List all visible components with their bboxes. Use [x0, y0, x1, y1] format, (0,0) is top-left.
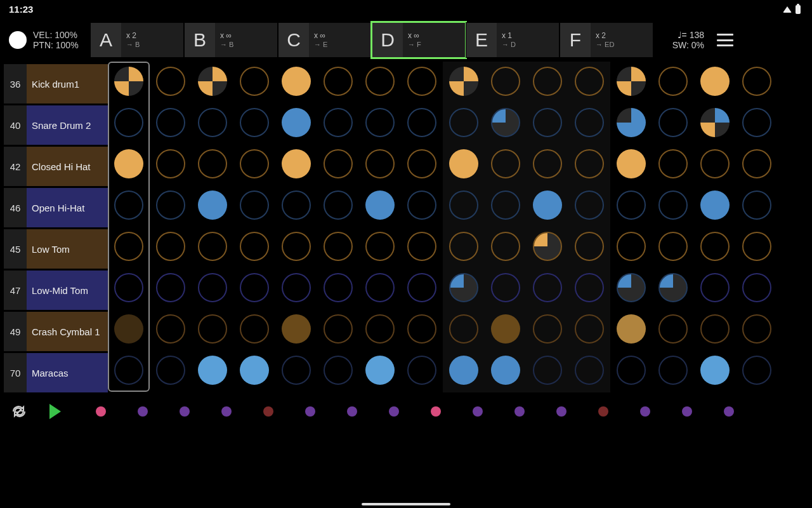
step-cell[interactable] [192, 227, 233, 266]
track-label[interactable]: 45 Low Tom [4, 229, 108, 269]
pattern-e[interactable]: E x 1 → D [466, 22, 560, 58]
step-cell[interactable] [527, 268, 568, 307]
step-cell[interactable] [485, 227, 527, 266]
step-cell[interactable] [108, 309, 150, 349]
step-cell[interactable] [401, 62, 443, 101]
step-cell[interactable] [401, 227, 443, 266]
step-cell[interactable] [401, 351, 443, 390]
record-button[interactable] [9, 31, 27, 49]
step-cell[interactable] [108, 62, 150, 101]
step-cell[interactable] [568, 144, 610, 184]
step-indicator[interactable] [373, 406, 415, 417]
step-cell[interactable] [694, 268, 736, 307]
step-indicator[interactable] [457, 406, 499, 417]
step-cell[interactable] [317, 62, 359, 101]
step-cell[interactable] [108, 103, 150, 142]
step-cell[interactable] [443, 227, 485, 266]
step-cell[interactable] [736, 351, 778, 390]
step-cell[interactable] [694, 62, 736, 101]
step-cell[interactable] [652, 351, 694, 390]
step-cell[interactable] [443, 144, 485, 184]
step-cell[interactable] [359, 185, 401, 225]
step-cell[interactable] [527, 227, 568, 266]
step-cell[interactable] [652, 62, 694, 101]
track-label[interactable]: 70 Maracas [4, 353, 108, 392]
step-cell[interactable] [359, 103, 401, 142]
step-cell[interactable] [108, 268, 150, 307]
tempo-block[interactable]: ♩= 138 SW: 0% [660, 30, 704, 50]
track-label[interactable]: 36 Kick drum1 [4, 64, 108, 104]
step-cell[interactable] [317, 185, 359, 225]
pattern-d[interactable]: D x ∞ → F [372, 22, 466, 58]
loop-button[interactable] [11, 404, 27, 419]
step-cell[interactable] [150, 185, 192, 225]
step-cell[interactable] [443, 351, 485, 390]
step-cell[interactable] [317, 227, 359, 266]
step-cell[interactable] [233, 309, 275, 349]
step-cell[interactable] [568, 309, 610, 349]
step-cell[interactable] [527, 351, 568, 390]
step-cell[interactable] [736, 227, 778, 266]
track-label[interactable]: 46 Open Hi-Hat [4, 188, 108, 227]
step-indicator[interactable] [540, 406, 582, 417]
step-cell[interactable] [401, 309, 443, 349]
step-cell[interactable] [359, 144, 401, 184]
step-cell[interactable] [359, 351, 401, 390]
step-cell[interactable] [192, 144, 233, 184]
pattern-f[interactable]: F x 2 → ED [560, 22, 653, 58]
step-cell[interactable] [610, 185, 652, 225]
step-cell[interactable] [527, 62, 568, 101]
step-cell[interactable] [694, 103, 736, 142]
step-cell[interactable] [108, 185, 150, 225]
step-cell[interactable] [652, 309, 694, 349]
step-cell[interactable] [192, 351, 233, 390]
step-cell[interactable] [485, 351, 527, 390]
step-cell[interactable] [233, 185, 275, 225]
step-cell[interactable] [233, 144, 275, 184]
step-cell[interactable] [568, 268, 610, 307]
step-cell[interactable] [150, 268, 192, 307]
step-cell[interactable] [192, 309, 233, 349]
step-indicator[interactable] [582, 406, 624, 417]
step-cell[interactable] [694, 185, 736, 225]
step-cell[interactable] [568, 62, 610, 101]
step-cell[interactable] [233, 351, 275, 390]
step-cell[interactable] [150, 309, 192, 349]
step-cell[interactable] [233, 268, 275, 307]
step-cell[interactable] [527, 309, 568, 349]
step-cell[interactable] [317, 144, 359, 184]
track-label[interactable]: 40 Snare Drum 2 [4, 105, 108, 145]
step-cell[interactable] [317, 268, 359, 307]
step-cell[interactable] [610, 351, 652, 390]
step-cell[interactable] [150, 62, 192, 101]
step-cell[interactable] [317, 309, 359, 349]
step-cell[interactable] [610, 103, 652, 142]
step-cell[interactable] [610, 144, 652, 184]
step-cell[interactable] [108, 351, 150, 390]
step-cell[interactable] [108, 144, 150, 184]
step-indicator[interactable] [499, 406, 540, 417]
step-cell[interactable] [568, 227, 610, 266]
step-indicator[interactable] [624, 406, 666, 417]
step-cell[interactable] [233, 103, 275, 142]
step-cell[interactable] [694, 351, 736, 390]
play-button[interactable] [49, 404, 61, 419]
step-indicator[interactable] [206, 406, 247, 417]
step-cell[interactable] [736, 62, 778, 101]
step-cell[interactable] [736, 268, 778, 307]
step-cell[interactable] [443, 309, 485, 349]
step-cell[interactable] [485, 62, 527, 101]
step-indicator[interactable] [122, 406, 164, 417]
step-cell[interactable] [652, 103, 694, 142]
step-cell[interactable] [485, 309, 527, 349]
pattern-a[interactable]: A x 2 → B [90, 22, 184, 58]
step-cell[interactable] [736, 144, 778, 184]
step-cell[interactable] [359, 309, 401, 349]
step-cell[interactable] [192, 103, 233, 142]
step-cell[interactable] [736, 185, 778, 225]
step-cell[interactable] [610, 309, 652, 349]
step-cell[interactable] [275, 309, 317, 349]
step-indicator[interactable] [415, 406, 457, 417]
step-indicator[interactable] [289, 406, 331, 417]
step-cell[interactable] [359, 268, 401, 307]
